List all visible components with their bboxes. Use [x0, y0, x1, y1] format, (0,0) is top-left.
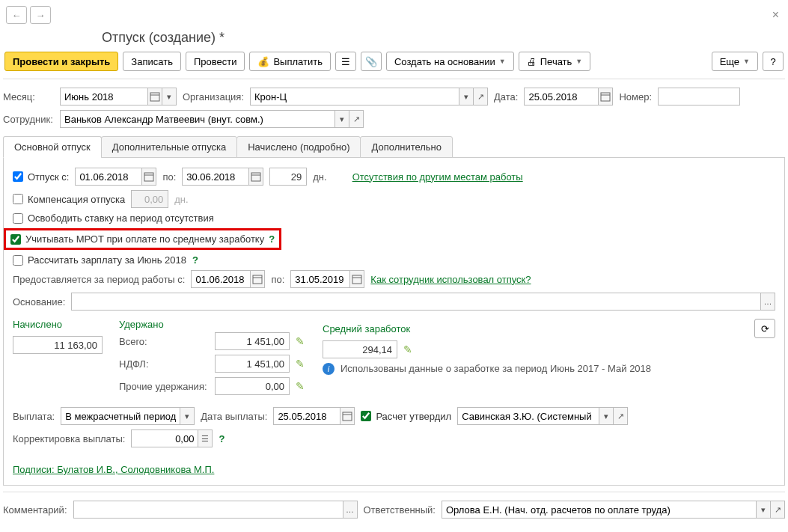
clip-icon: 📎: [365, 56, 377, 67]
date-input[interactable]: [524, 88, 599, 106]
tab-additional[interactable]: Дополнительно: [360, 136, 453, 158]
days-value: 29: [269, 168, 307, 186]
ellipsis-icon[interactable]: …: [760, 293, 775, 311]
correction-input[interactable]: [131, 429, 198, 447]
dropdown-icon[interactable]: ▾: [599, 407, 614, 425]
release-rate-checkbox[interactable]: Освободить ставку на период отсутствия: [13, 213, 214, 224]
withheld-header: Удержано: [119, 319, 314, 330]
approver-input[interactable]: [457, 407, 599, 425]
calc-icon[interactable]: ☰: [198, 429, 213, 447]
attach-button[interactable]: 📎: [361, 52, 382, 71]
svg-rect-2: [601, 93, 610, 101]
number-label: Номер:: [619, 91, 652, 103]
post-button[interactable]: Провести: [186, 52, 245, 71]
tab-main-vacation[interactable]: Основной отпуск: [3, 136, 102, 158]
avg-earnings-header: Средний заработок: [323, 323, 410, 334]
comment-input[interactable]: [73, 501, 343, 519]
svg-rect-10: [352, 275, 361, 284]
employee-input[interactable]: [60, 110, 335, 128]
nav-forward-button[interactable]: →: [30, 6, 51, 24]
open-icon[interactable]: ↗: [770, 501, 785, 519]
mrot-checkbox[interactable]: Учитывать МРОТ при оплате по среднему за…: [10, 233, 264, 245]
svg-rect-4: [144, 173, 153, 181]
payout-date-input[interactable]: [273, 407, 340, 425]
vacation-to-input[interactable]: [182, 168, 249, 186]
tab-additional-vacations[interactable]: Дополнительные отпуска: [101, 136, 238, 158]
help-icon[interactable]: ?: [192, 254, 198, 266]
spinner-icon[interactable]: ▾: [162, 88, 177, 106]
tab-accrued-details[interactable]: Начислено (подробно): [236, 136, 361, 158]
pencil-icon[interactable]: ✎: [296, 335, 305, 347]
number-input[interactable]: [658, 88, 740, 106]
info-icon: i: [323, 363, 335, 375]
money-icon: 💰: [257, 56, 269, 67]
absences-link[interactable]: Отсутствия по другим местам работы: [352, 171, 523, 183]
calendar-icon[interactable]: [250, 270, 265, 288]
calendar-icon[interactable]: [248, 168, 263, 186]
calendar-icon[interactable]: [598, 88, 613, 106]
help-button[interactable]: ?: [763, 52, 784, 71]
vacation-from-input[interactable]: [75, 168, 142, 186]
help-icon[interactable]: ?: [219, 433, 225, 444]
dropdown-icon[interactable]: ▾: [756, 501, 771, 519]
chevron-down-icon: ▼: [499, 58, 506, 65]
dropdown-icon[interactable]: ▾: [459, 88, 474, 106]
month-label: Месяц:: [3, 91, 54, 103]
list-icon-button[interactable]: ☰: [335, 52, 356, 71]
calendar-icon[interactable]: [147, 88, 162, 106]
info-text: Использованы данные о заработке за перио…: [340, 363, 651, 376]
refresh-button[interactable]: ⟳: [754, 319, 775, 338]
approved-checkbox[interactable]: Расчет утвердил: [361, 411, 451, 422]
help-icon[interactable]: ?: [269, 233, 275, 245]
calendar-icon[interactable]: [141, 168, 156, 186]
svg-rect-12: [343, 412, 352, 421]
pencil-icon[interactable]: ✎: [296, 380, 305, 392]
more-button[interactable]: Еще ▼: [712, 52, 758, 71]
responsible-input[interactable]: [442, 501, 757, 519]
pencil-icon[interactable]: ✎: [296, 358, 305, 370]
chevron-down-icon: ▼: [575, 58, 582, 65]
post-and-close-button[interactable]: Провести и закрыть: [4, 52, 118, 71]
page-title: Отпуск (создание) *: [3, 30, 785, 50]
date-label: Дата:: [494, 91, 518, 103]
month-input[interactable]: [60, 88, 148, 106]
svg-rect-0: [150, 93, 159, 101]
open-icon[interactable]: ↗: [349, 110, 364, 128]
printer-icon: 🖨: [527, 56, 537, 67]
vacation-checkbox[interactable]: Отпуск с:: [13, 171, 69, 183]
compensation-value: 0,00: [131, 190, 168, 208]
chevron-down-icon: ▼: [743, 58, 750, 65]
create-based-on-button[interactable]: Создать на основании ▼: [386, 52, 514, 71]
signatures-link[interactable]: Подписи: Булатов И.В., Солодовникова М.П…: [13, 464, 214, 475]
avg-earnings-value: 294,14: [323, 340, 397, 358]
period-to-input[interactable]: [290, 270, 350, 288]
how-used-link[interactable]: Как сотрудник использовал отпуск?: [370, 274, 531, 285]
list-icon: ☰: [341, 56, 350, 67]
calendar-icon[interactable]: [349, 270, 364, 288]
close-icon[interactable]: ×: [769, 8, 782, 22]
nav-back-button[interactable]: ←: [6, 6, 27, 24]
pay-button[interactable]: 💰 Выплатить: [249, 52, 331, 71]
accrued-header: Начислено: [13, 319, 110, 330]
period-from-input[interactable]: [191, 270, 251, 288]
dropdown-icon[interactable]: ▾: [180, 407, 195, 425]
save-button[interactable]: Записать: [123, 52, 181, 71]
dropdown-icon[interactable]: ▾: [335, 110, 349, 128]
pencil-icon[interactable]: ✎: [403, 343, 412, 355]
calendar-icon[interactable]: [340, 407, 355, 425]
payout-period-input[interactable]: [61, 407, 180, 425]
recalc-salary-checkbox[interactable]: Рассчитать зарплату за Июнь 2018: [13, 254, 186, 266]
open-icon[interactable]: ↗: [473, 88, 488, 106]
refresh-icon: ⟳: [761, 323, 769, 334]
svg-rect-6: [251, 173, 260, 181]
print-button[interactable]: 🖨 Печать ▼: [519, 52, 591, 71]
accrued-value: 11 163,00: [13, 336, 103, 354]
open-icon[interactable]: ↗: [613, 407, 628, 425]
compensation-checkbox[interactable]: Компенсация отпуска: [13, 194, 125, 205]
employee-label: Сотрудник:: [3, 114, 54, 125]
reason-input[interactable]: [71, 293, 761, 311]
ellipsis-icon[interactable]: …: [343, 501, 358, 519]
svg-rect-8: [253, 275, 262, 284]
org-label: Организация:: [183, 91, 244, 103]
org-input[interactable]: [250, 88, 459, 106]
